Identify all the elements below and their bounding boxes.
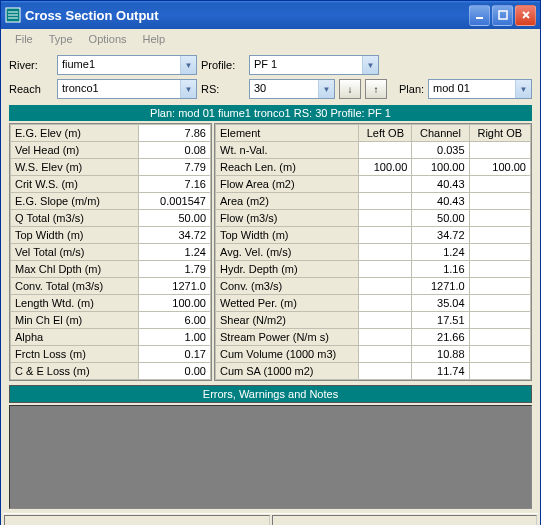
table-row[interactable]: Q Total (m3/s)50.00 [11,210,211,227]
row-label: Wt. n-Val. [216,142,359,159]
title-bar: Cross Section Output [1,1,540,29]
table-row[interactable]: Shear (N/m2)17.51 [216,312,531,329]
table-row[interactable]: Min Ch El (m)6.00 [11,312,211,329]
table-row[interactable]: Hydr. Depth (m)1.16 [216,261,531,278]
menu-type[interactable]: Type [41,31,81,47]
row-value: 1.79 [138,261,210,278]
table-row[interactable]: E.G. Elev (m)7.86 [11,125,211,142]
table-row[interactable]: Max Chl Dpth (m)1.79 [11,261,211,278]
row-value: 1.00 [138,329,210,346]
table-row[interactable]: Reach Len. (m)100.00100.00100.00 [216,159,531,176]
table-row[interactable]: Vel Total (m/s)1.24 [11,244,211,261]
row-label: Alpha [11,329,139,346]
table-row[interactable]: Stream Power (N/m s)21.66 [216,329,531,346]
rs-select[interactable]: 30 ▼ [249,79,335,99]
row-value: 7.79 [138,159,210,176]
table-row[interactable]: Frctn Loss (m)0.17 [11,346,211,363]
errors-area[interactable] [9,405,532,509]
row-value: 0.00 [138,363,210,380]
profile-label: Profile: [201,59,245,71]
table-row[interactable]: Conv. (m3/s)1271.0 [216,278,531,295]
rs-up-button[interactable]: ↑ [365,79,387,99]
reach-select[interactable]: tronco1 ▼ [57,79,197,99]
window-title: Cross Section Output [25,8,467,23]
cell-channel: 17.51 [412,312,469,329]
table-header-row: ElementLeft OBChannelRight OB [216,125,531,142]
table-row[interactable]: Vel Head (m)0.08 [11,142,211,159]
reach-value: tronco1 [58,80,180,98]
cell-rightob [469,363,530,380]
dropdown-arrow-icon: ▼ [180,56,196,74]
cell-rightob [469,193,530,210]
svg-rect-2 [499,11,507,19]
app-icon [5,7,21,23]
cell-leftob [359,261,412,278]
dropdown-arrow-icon: ▼ [362,56,378,74]
row-value: 0.08 [138,142,210,159]
table-row[interactable]: Length Wtd. (m)100.00 [11,295,211,312]
cell-rightob [469,329,530,346]
row-label: Hydr. Depth (m) [216,261,359,278]
table-row[interactable]: Avg. Vel. (m/s)1.24 [216,244,531,261]
row-label: Avg. Vel. (m/s) [216,244,359,261]
cell-channel: 10.88 [412,346,469,363]
table-row[interactable]: Conv. Total (m3/s)1271.0 [11,278,211,295]
cell-rightob [469,278,530,295]
row-label: Flow Area (m2) [216,176,359,193]
table-row[interactable]: Area (m2)40.43 [216,193,531,210]
row-label: Cum SA (1000 m2) [216,363,359,380]
river-label: River: [9,59,53,71]
maximize-button[interactable] [492,5,513,26]
row-label: Max Chl Dpth (m) [11,261,139,278]
row-label: W.S. Elev (m) [11,159,139,176]
table-row[interactable]: Wetted Per. (m)35.04 [216,295,531,312]
river-select[interactable]: fiume1 ▼ [57,55,197,75]
cell-channel: 21.66 [412,329,469,346]
table-row[interactable]: Cum Volume (1000 m3)10.88 [216,346,531,363]
cell-channel: 100.00 [412,159,469,176]
river-value: fiume1 [58,56,180,74]
col-element: Element [216,125,359,142]
row-label: Q Total (m3/s) [11,210,139,227]
minimize-button[interactable] [469,5,490,26]
table-row[interactable]: Crit W.S. (m)7.16 [11,176,211,193]
table-row[interactable]: Alpha1.00 [11,329,211,346]
cell-leftob [359,193,412,210]
table-row[interactable]: Cum SA (1000 m2)11.74 [216,363,531,380]
table-row[interactable]: Flow (m3/s)50.00 [216,210,531,227]
table-row[interactable]: Flow Area (m2)40.43 [216,176,531,193]
rs-down-button[interactable]: ↓ [339,79,361,99]
row-value: 100.00 [138,295,210,312]
cell-rightob [469,227,530,244]
cell-rightob [469,295,530,312]
row-value: 50.00 [138,210,210,227]
row-value: 34.72 [138,227,210,244]
profile-select[interactable]: PF 1 ▼ [249,55,379,75]
close-button[interactable] [515,5,536,26]
cell-channel: 50.00 [412,210,469,227]
svg-rect-1 [476,17,483,19]
row-value: 0.17 [138,346,210,363]
cell-leftob [359,278,412,295]
status-cell [4,515,270,525]
row-value: 1271.0 [138,278,210,295]
errors-bar: Errors, Warnings and Notes [9,385,532,403]
row-label: Top Width (m) [216,227,359,244]
menu-file[interactable]: File [7,31,41,47]
table-row[interactable]: W.S. Elev (m)7.79 [11,159,211,176]
cell-channel: 40.43 [412,176,469,193]
menu-options[interactable]: Options [81,31,135,47]
cell-leftob [359,176,412,193]
table-row[interactable]: Top Width (m)34.72 [216,227,531,244]
cell-rightob [469,244,530,261]
cell-leftob [359,363,412,380]
table-row[interactable]: Wt. n-Val.0.035 [216,142,531,159]
row-label: Vel Total (m/s) [11,244,139,261]
col-channel: Channel [412,125,469,142]
table-row[interactable]: Top Width (m)34.72 [11,227,211,244]
row-label: Min Ch El (m) [11,312,139,329]
plan-select[interactable]: mod 01 ▼ [428,79,532,99]
table-row[interactable]: E.G. Slope (m/m)0.001547 [11,193,211,210]
table-row[interactable]: C & E Loss (m)0.00 [11,363,211,380]
menu-help[interactable]: Help [135,31,174,47]
